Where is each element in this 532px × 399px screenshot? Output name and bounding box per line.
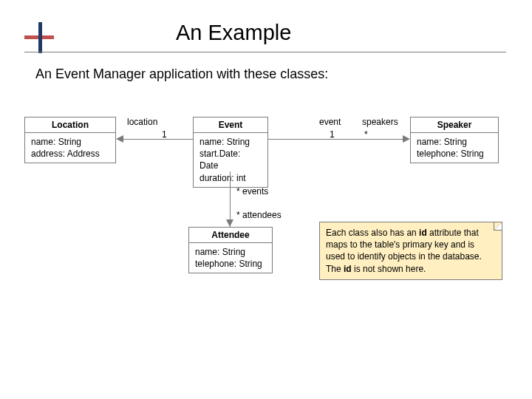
slide-header: An Example: [0, 0, 532, 59]
class-event: Event name: String start.Date: Date dura…: [193, 117, 268, 188]
slide-title: An Example: [176, 21, 291, 45]
multiplicity-label: * events: [236, 186, 268, 197]
multiplicity-label: 1: [330, 129, 335, 140]
arrowhead-icon: [226, 219, 233, 227]
attr: telephone: String: [417, 148, 492, 160]
attr: duration: int: [200, 172, 262, 184]
note-bold: id: [419, 228, 427, 238]
class-attrs: name: String address: Address: [25, 133, 115, 163]
attr: telephone: String: [195, 258, 266, 270]
arrowhead-icon: [403, 135, 410, 143]
uml-note: Each class also has an id attribute that…: [319, 222, 502, 280]
attr: name: String: [31, 136, 109, 148]
attr: name: String: [195, 246, 266, 258]
class-attrs: name: String start.Date: Date duration: …: [194, 133, 267, 187]
class-attendee: Attendee name: String telephone: String: [188, 227, 273, 273]
attr: start.Date: Date: [200, 148, 262, 171]
note-text: is not shown here.: [352, 264, 426, 274]
class-attrs: name: String telephone: String: [411, 133, 498, 163]
multiplicity-label: * attendees: [236, 210, 282, 220]
class-name: Location: [25, 117, 115, 133]
role-label: speakers: [362, 117, 398, 127]
attr: address: Address: [31, 148, 109, 160]
assoc-event-attendee-line: [230, 171, 231, 227]
note-text: Each class also has an: [326, 228, 419, 238]
multiplicity-label: *: [364, 129, 368, 140]
class-name: Attendee: [189, 228, 272, 243]
class-name: Speaker: [411, 117, 498, 133]
arrowhead-icon: [116, 135, 123, 143]
class-location: Location name: String address: Address: [24, 117, 116, 163]
class-speaker: Speaker name: String telephone: String: [410, 117, 499, 163]
assoc-event-speaker-line: [268, 139, 403, 140]
note-bold: id: [344, 264, 352, 274]
role-label: event: [319, 117, 341, 127]
logo-bar-v: [38, 22, 42, 53]
attr: name: String: [417, 136, 492, 148]
class-attrs: name: String telephone: String: [189, 243, 272, 273]
slide-subtitle: An Event Manager application with these …: [35, 66, 328, 82]
attr: name: String: [200, 136, 262, 148]
title-underline: [24, 52, 506, 52]
role-label: location: [127, 117, 157, 127]
assoc-location-event-line: [123, 139, 193, 140]
class-name: Event: [194, 117, 267, 133]
multiplicity-label: 1: [162, 129, 167, 140]
